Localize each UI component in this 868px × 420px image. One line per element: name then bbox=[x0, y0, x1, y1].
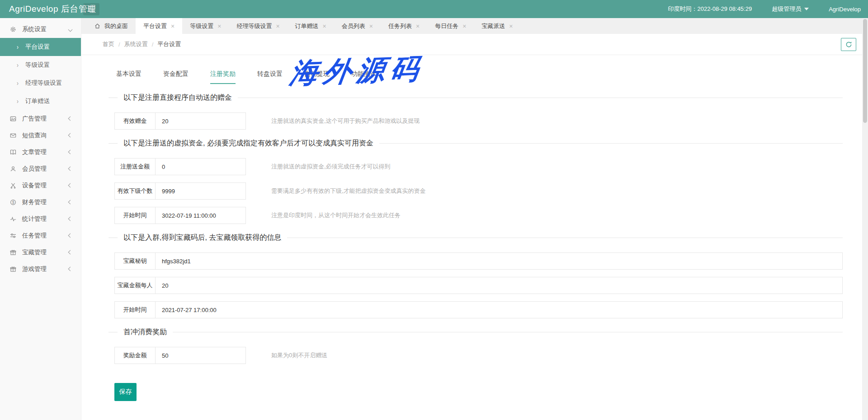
chevron-right-icon: › bbox=[17, 98, 19, 105]
chevron-left-icon bbox=[68, 267, 73, 271]
sidebar-item-label: 平台设置 bbox=[25, 43, 50, 51]
form-row: 注册送金额 注册就送的虚拟资金,必须完成任务才可以得到 bbox=[114, 158, 843, 175]
sidebar-item-task-management[interactable]: 任务管理 bbox=[0, 227, 81, 244]
sidebar-item-order-gift[interactable]: › 订单赠送 bbox=[0, 92, 81, 110]
sidebar-item-label: 会员管理 bbox=[22, 165, 47, 173]
close-icon[interactable]: × bbox=[369, 23, 373, 29]
user-icon bbox=[10, 166, 16, 172]
chevron-right-icon: › bbox=[17, 43, 19, 51]
sidebar-item-game-management[interactable]: 游戏管理 bbox=[0, 261, 81, 277]
tab-order-gift[interactable]: 订单赠送 × bbox=[288, 18, 334, 34]
form-row: 有效赠金 注册就送的真实资金,这个可用于购买产品和游戏以及提现 bbox=[114, 112, 843, 130]
close-icon[interactable]: × bbox=[276, 23, 279, 29]
tab-bar: 我的桌面 平台设置 × 等级设置 × 经理等级设置 × 订单赠送 × 会员列表 … bbox=[81, 18, 868, 34]
subtab-function-test[interactable]: 功能测试 bbox=[351, 70, 377, 84]
field-label: 宝藏秘钥 bbox=[115, 253, 156, 269]
field-register-amount[interactable] bbox=[156, 159, 245, 175]
chevron-left-icon bbox=[68, 133, 73, 138]
field-start-time-2[interactable] bbox=[156, 302, 842, 318]
sidebar-item-ad-management[interactable]: 广告管理 bbox=[0, 110, 81, 127]
field-treasure-key[interactable] bbox=[156, 253, 842, 269]
close-icon[interactable]: × bbox=[171, 23, 175, 29]
sliders-icon bbox=[10, 233, 16, 239]
user-role-dropdown[interactable]: 超级管理员 bbox=[772, 5, 809, 13]
tab-daily-task[interactable]: 每日任务 × bbox=[427, 18, 474, 34]
tab-task-list[interactable]: 任务列表 × bbox=[381, 18, 427, 34]
tab-member-list[interactable]: 会员列表 × bbox=[334, 18, 381, 34]
breadcrumb: 首页 / 系统设置 / 平台设置 bbox=[81, 34, 868, 55]
pulse-icon bbox=[10, 216, 16, 222]
close-icon[interactable]: × bbox=[462, 23, 466, 29]
tab-label: 每日任务 bbox=[435, 22, 458, 30]
sidebar-item-label: 设备管理 bbox=[22, 182, 47, 190]
close-icon[interactable]: × bbox=[217, 23, 221, 29]
tab-label: 我的桌面 bbox=[104, 22, 128, 30]
home-icon bbox=[94, 23, 100, 29]
subtab-fund-config[interactable]: 资金配置 bbox=[163, 70, 189, 84]
sidebar-item-treasure-management[interactable]: 宝藏管理 bbox=[0, 244, 81, 261]
sidebar-item-platform-settings[interactable]: › 平台设置 bbox=[0, 38, 81, 56]
breadcrumb-system-settings[interactable]: 系统设置 bbox=[124, 40, 148, 48]
subtab-auto-withdraw[interactable]: 自动提现 bbox=[304, 70, 330, 84]
breadcrumb-separator: / bbox=[118, 41, 120, 48]
gear-icon bbox=[10, 26, 16, 33]
breadcrumb-home[interactable]: 首页 bbox=[103, 40, 114, 48]
tab-label: 任务列表 bbox=[388, 22, 412, 30]
svg-text:$: $ bbox=[12, 200, 14, 204]
field-label: 开始时间 bbox=[115, 207, 156, 224]
sidebar-group-label: 系统设置 bbox=[22, 25, 47, 33]
field-start-time-1[interactable] bbox=[156, 207, 245, 224]
hamburger-menu-icon[interactable] bbox=[83, 3, 99, 15]
scrollbar-thumb[interactable] bbox=[863, 19, 867, 123]
close-icon[interactable]: × bbox=[509, 23, 513, 29]
server-time: 印度时间：2022-08-29 08:45:29 bbox=[668, 5, 752, 13]
sidebar-item-finance-management[interactable]: $ 财务管理 bbox=[0, 194, 81, 210]
subtab-wheel-settings[interactable]: 转盘设置 bbox=[257, 70, 283, 84]
sidebar-item-sms-query[interactable]: 短信查询 bbox=[0, 127, 81, 144]
tab-label: 平台设置 bbox=[143, 22, 167, 30]
sidebar-item-level-settings[interactable]: › 等级设置 bbox=[0, 56, 81, 74]
field-valid-bonus[interactable] bbox=[156, 113, 245, 129]
scrollbar[interactable] bbox=[862, 18, 868, 420]
breadcrumb-separator: / bbox=[152, 41, 154, 48]
field-help: 需要满足多少有有效的下级,才能把虚拟资金变成真实的资金 bbox=[271, 187, 426, 195]
chevron-right-icon: › bbox=[17, 79, 19, 87]
close-icon[interactable]: × bbox=[416, 23, 420, 29]
sidebar-item-article-management[interactable]: 文章管理 bbox=[0, 144, 81, 160]
field-label: 奖励金额 bbox=[115, 347, 156, 364]
sidebar-item-label: 经理等级设置 bbox=[25, 79, 62, 87]
sidebar-item-statistics-management[interactable]: 统计管理 bbox=[0, 210, 81, 227]
sidebar-group-system-settings[interactable]: 系统设置 bbox=[0, 21, 81, 38]
save-button[interactable]: 保存 bbox=[114, 383, 137, 401]
refresh-button[interactable] bbox=[841, 38, 856, 51]
account-name[interactable]: AgriDevelop bbox=[829, 6, 861, 13]
tab-platform-settings[interactable]: 平台设置 × bbox=[136, 18, 182, 34]
section-heading: 以下是注册送的虚拟资金, 必须要完成指定有效客户后才可以变成真实可用资金 bbox=[108, 139, 843, 148]
form-row: 宝藏金额每人 bbox=[114, 277, 843, 294]
tab-my-desktop[interactable]: 我的桌面 bbox=[87, 18, 136, 34]
field-help: 注册就送的虚拟资金,必须完成任务才可以得到 bbox=[271, 163, 391, 171]
sidebar-item-manager-level-settings[interactable]: › 经理等级设置 bbox=[0, 74, 81, 92]
sidebar-item-label: 统计管理 bbox=[22, 215, 47, 223]
gift-icon bbox=[10, 266, 16, 272]
close-icon[interactable]: × bbox=[323, 23, 326, 29]
tab-manager-level-settings[interactable]: 经理等级设置 × bbox=[229, 18, 287, 34]
tab-label: 经理等级设置 bbox=[236, 22, 272, 30]
chevron-down-icon bbox=[68, 27, 73, 32]
sidebar-item-label: 广告管理 bbox=[22, 115, 47, 123]
form-row: 宝藏秘钥 bbox=[114, 252, 843, 270]
tab-level-settings[interactable]: 等级设置 × bbox=[182, 18, 229, 34]
field-reward-amount[interactable] bbox=[156, 347, 245, 364]
subtab-basic-settings[interactable]: 基本设置 bbox=[116, 70, 142, 84]
breadcrumb-current: 平台设置 bbox=[157, 40, 181, 48]
field-valid-subordinates[interactable] bbox=[156, 183, 245, 199]
sidebar-item-member-management[interactable]: 会员管理 bbox=[0, 160, 81, 177]
sidebar-item-device-management[interactable]: 设备管理 bbox=[0, 177, 81, 194]
tab-label: 订单赠送 bbox=[295, 22, 319, 30]
subtab-register-reward[interactable]: 注册奖励 bbox=[210, 70, 236, 84]
field-help: 如果为0则不开启赠送 bbox=[271, 351, 327, 359]
field-label: 宝藏金额每人 bbox=[115, 277, 156, 294]
field-treasure-amount-per-person[interactable] bbox=[156, 277, 842, 294]
tab-label: 会员列表 bbox=[342, 22, 365, 30]
tab-treasure-delivery[interactable]: 宝藏派送 × bbox=[474, 18, 520, 34]
